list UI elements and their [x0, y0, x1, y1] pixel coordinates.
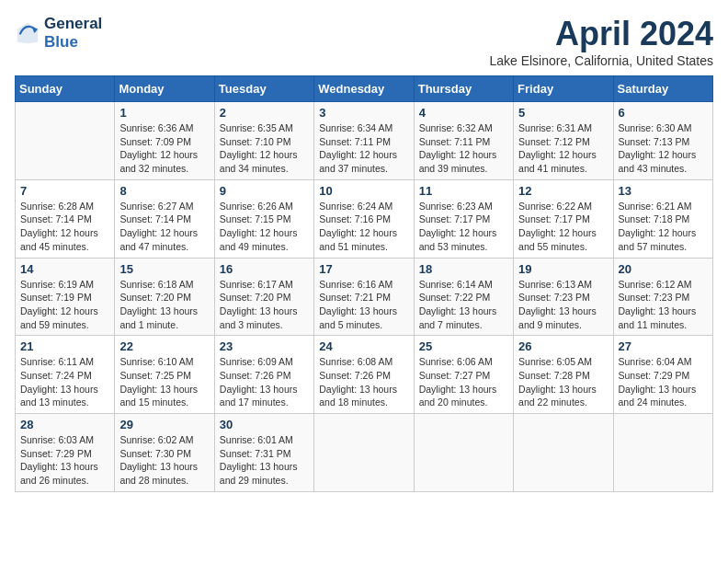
calendar-cell: 23Sunrise: 6:09 AMSunset: 7:26 PMDayligh…: [214, 336, 313, 414]
calendar-cell: 2Sunrise: 6:35 AMSunset: 7:10 PMDaylight…: [214, 102, 313, 180]
day-info: Sunrise: 6:10 AMSunset: 7:25 PMDaylight:…: [119, 355, 209, 409]
day-number: 2: [220, 106, 309, 120]
day-number: 16: [220, 262, 309, 276]
day-number: 9: [220, 184, 309, 198]
calendar-cell: [514, 414, 613, 492]
calendar-cell: 11Sunrise: 6:23 AMSunset: 7:17 PMDayligh…: [414, 179, 513, 258]
day-info: Sunrise: 6:16 AMSunset: 7:21 PMDaylight:…: [319, 278, 408, 332]
day-info: Sunrise: 6:32 AMSunset: 7:11 PMDaylight:…: [419, 121, 508, 176]
day-number: 30: [220, 418, 309, 431]
calendar-cell: 22Sunrise: 6:10 AMSunset: 7:25 PMDayligh…: [115, 336, 214, 414]
day-info: Sunrise: 6:36 AMSunset: 7:09 PMDaylight:…: [119, 121, 209, 176]
day-info: Sunrise: 6:27 AMSunset: 7:14 PMDaylight:…: [119, 200, 209, 254]
logo-text: General Blue: [44, 15, 102, 52]
day-number: 7: [20, 184, 109, 198]
calendar-header-row: SundayMondayTuesdayWednesdayThursdayFrid…: [16, 76, 713, 102]
day-info: Sunrise: 6:28 AMSunset: 7:14 PMDaylight:…: [20, 200, 109, 254]
day-info: Sunrise: 6:18 AMSunset: 7:20 PMDaylight:…: [119, 278, 209, 332]
calendar-cell: 13Sunrise: 6:21 AMSunset: 7:18 PMDayligh…: [613, 179, 712, 258]
day-number: 22: [119, 339, 209, 353]
header-sunday: Sunday: [16, 76, 115, 102]
day-number: 23: [220, 339, 309, 353]
day-number: 1: [119, 106, 209, 120]
day-info: Sunrise: 6:35 AMSunset: 7:10 PMDaylight:…: [220, 121, 309, 176]
day-number: 28: [20, 418, 109, 431]
day-info: Sunrise: 6:08 AMSunset: 7:26 PMDaylight:…: [319, 355, 408, 409]
calendar-cell: 26Sunrise: 6:05 AMSunset: 7:28 PMDayligh…: [514, 336, 613, 414]
day-number: 13: [619, 184, 708, 198]
location-title: Lake Elsinore, California, United States: [489, 53, 713, 68]
day-number: 18: [419, 262, 508, 276]
day-number: 4: [419, 106, 508, 120]
calendar-cell: [16, 102, 115, 180]
day-info: Sunrise: 6:30 AMSunset: 7:13 PMDaylight:…: [619, 121, 708, 176]
day-info: Sunrise: 6:04 AMSunset: 7:29 PMDaylight:…: [619, 355, 708, 409]
calendar-week-4: 21Sunrise: 6:11 AMSunset: 7:24 PMDayligh…: [16, 336, 713, 414]
calendar-cell: 12Sunrise: 6:22 AMSunset: 7:17 PMDayligh…: [514, 179, 613, 258]
calendar-week-2: 7Sunrise: 6:28 AMSunset: 7:14 PMDaylight…: [16, 179, 713, 258]
day-number: 3: [319, 106, 408, 120]
calendar-table: SundayMondayTuesdayWednesdayThursdayFrid…: [15, 75, 713, 492]
day-info: Sunrise: 6:24 AMSunset: 7:16 PMDaylight:…: [319, 200, 408, 254]
calendar-cell: 29Sunrise: 6:02 AMSunset: 7:30 PMDayligh…: [115, 414, 214, 492]
calendar-cell: 8Sunrise: 6:27 AMSunset: 7:14 PMDaylight…: [115, 179, 214, 258]
calendar-week-5: 28Sunrise: 6:03 AMSunset: 7:29 PMDayligh…: [16, 414, 713, 492]
calendar-cell: [613, 414, 712, 492]
calendar-cell: 30Sunrise: 6:01 AMSunset: 7:31 PMDayligh…: [214, 414, 313, 492]
header-saturday: Saturday: [613, 76, 712, 102]
day-number: 12: [518, 184, 608, 198]
header-monday: Monday: [115, 76, 214, 102]
calendar-cell: 7Sunrise: 6:28 AMSunset: 7:14 PMDaylight…: [16, 179, 115, 258]
calendar-cell: 6Sunrise: 6:30 AMSunset: 7:13 PMDaylight…: [613, 102, 712, 180]
day-info: Sunrise: 6:01 AMSunset: 7:31 PMDaylight:…: [220, 433, 309, 488]
day-number: 25: [419, 339, 508, 353]
day-info: Sunrise: 6:06 AMSunset: 7:27 PMDaylight:…: [419, 355, 508, 409]
calendar-cell: 27Sunrise: 6:04 AMSunset: 7:29 PMDayligh…: [613, 336, 712, 414]
day-info: Sunrise: 6:21 AMSunset: 7:18 PMDaylight:…: [619, 200, 708, 254]
calendar-week-3: 14Sunrise: 6:19 AMSunset: 7:19 PMDayligh…: [16, 258, 713, 336]
day-number: 14: [20, 262, 109, 276]
header-wednesday: Wednesday: [314, 76, 414, 102]
calendar-cell: 28Sunrise: 6:03 AMSunset: 7:29 PMDayligh…: [16, 414, 115, 492]
day-number: 29: [119, 418, 209, 431]
calendar-cell: 14Sunrise: 6:19 AMSunset: 7:19 PMDayligh…: [16, 258, 115, 336]
day-info: Sunrise: 6:19 AMSunset: 7:19 PMDaylight:…: [20, 278, 109, 332]
day-number: 26: [518, 339, 608, 353]
day-info: Sunrise: 6:14 AMSunset: 7:22 PMDaylight:…: [419, 278, 508, 332]
calendar-cell: 25Sunrise: 6:06 AMSunset: 7:27 PMDayligh…: [414, 336, 513, 414]
calendar-cell: 9Sunrise: 6:26 AMSunset: 7:15 PMDaylight…: [214, 179, 313, 258]
day-info: Sunrise: 6:11 AMSunset: 7:24 PMDaylight:…: [20, 355, 109, 409]
calendar-cell: [414, 414, 513, 492]
calendar-week-1: 1Sunrise: 6:36 AMSunset: 7:09 PMDaylight…: [16, 102, 713, 180]
header-tuesday: Tuesday: [214, 76, 313, 102]
day-info: Sunrise: 6:26 AMSunset: 7:15 PMDaylight:…: [220, 200, 309, 254]
calendar-cell: 24Sunrise: 6:08 AMSunset: 7:26 PMDayligh…: [314, 336, 414, 414]
title-block: April 2024 Lake Elsinore, California, Un…: [489, 15, 713, 68]
day-info: Sunrise: 6:03 AMSunset: 7:29 PMDaylight:…: [20, 433, 109, 488]
day-number: 8: [119, 184, 209, 198]
calendar-cell: [314, 414, 414, 492]
day-info: Sunrise: 6:17 AMSunset: 7:20 PMDaylight:…: [220, 278, 309, 332]
calendar-cell: 17Sunrise: 6:16 AMSunset: 7:21 PMDayligh…: [314, 258, 414, 336]
day-number: 24: [319, 339, 408, 353]
month-title: April 2024: [489, 15, 713, 53]
header-friday: Friday: [514, 76, 613, 102]
calendar-cell: 21Sunrise: 6:11 AMSunset: 7:24 PMDayligh…: [16, 336, 115, 414]
day-number: 20: [619, 262, 708, 276]
day-number: 21: [20, 339, 109, 353]
day-number: 19: [518, 262, 608, 276]
day-number: 27: [619, 339, 708, 353]
day-number: 11: [419, 184, 508, 198]
day-info: Sunrise: 6:09 AMSunset: 7:26 PMDaylight:…: [220, 355, 309, 409]
day-info: Sunrise: 6:05 AMSunset: 7:28 PMDaylight:…: [518, 355, 608, 409]
day-info: Sunrise: 6:31 AMSunset: 7:12 PMDaylight:…: [518, 121, 608, 176]
calendar-cell: 4Sunrise: 6:32 AMSunset: 7:11 PMDaylight…: [414, 102, 513, 180]
day-info: Sunrise: 6:13 AMSunset: 7:23 PMDaylight:…: [518, 278, 608, 332]
calendar-cell: 15Sunrise: 6:18 AMSunset: 7:20 PMDayligh…: [115, 258, 214, 336]
day-info: Sunrise: 6:34 AMSunset: 7:11 PMDaylight:…: [319, 121, 408, 176]
calendar-cell: 16Sunrise: 6:17 AMSunset: 7:20 PMDayligh…: [214, 258, 313, 336]
day-number: 17: [319, 262, 408, 276]
header-thursday: Thursday: [414, 76, 513, 102]
day-number: 6: [619, 106, 708, 120]
day-number: 10: [319, 184, 408, 198]
